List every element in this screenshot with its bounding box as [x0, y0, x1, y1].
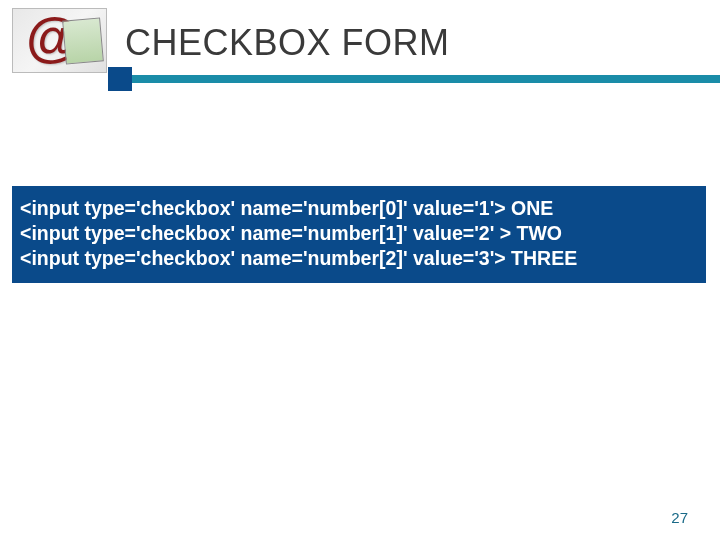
- code-line-2: <input type='checkbox' name='number[1]' …: [20, 221, 698, 246]
- logo-icon: @: [12, 8, 107, 73]
- money-icon: [62, 17, 104, 64]
- code-block: <input type='checkbox' name='number[0]' …: [12, 186, 706, 283]
- title-accent-square: [108, 67, 132, 91]
- title-underline: [113, 75, 720, 83]
- page-number: 27: [671, 509, 688, 526]
- slide-header: @ CHECKBOX FORM: [0, 0, 720, 90]
- code-line-3: <input type='checkbox' name='number[2]' …: [20, 246, 698, 271]
- slide-title: CHECKBOX FORM: [125, 22, 450, 64]
- code-line-1: <input type='checkbox' name='number[0]' …: [20, 196, 698, 221]
